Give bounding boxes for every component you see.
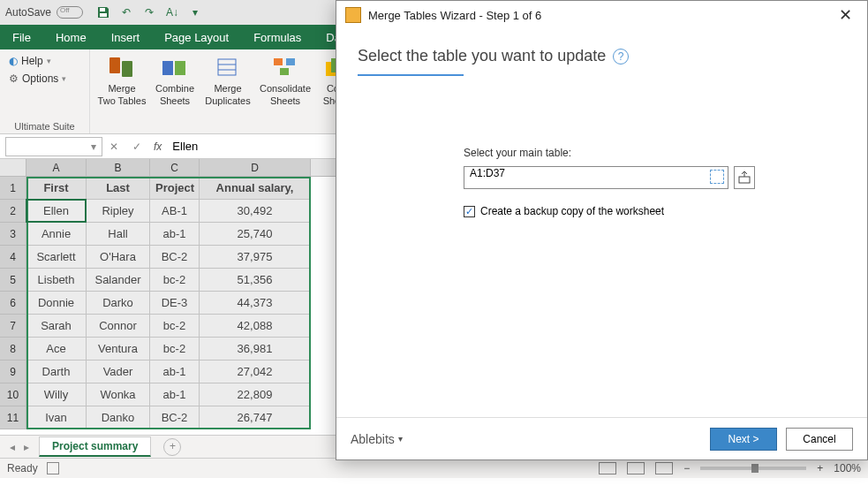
tab-insert[interactable]: Insert [99, 25, 153, 49]
consolidate-sheets-button[interactable]: Consolidate Sheets [256, 53, 314, 106]
sheet-nav-next-icon[interactable]: ▸ [19, 441, 34, 453]
cell[interactable]: Last name [87, 177, 150, 200]
fx-icon[interactable]: fx [154, 140, 162, 153]
cell[interactable]: Wonka [87, 383, 150, 406]
cell[interactable]: Hall [87, 223, 150, 246]
cell[interactable]: 51,356 [200, 269, 311, 292]
cell[interactable]: Ventura [87, 338, 150, 361]
row-header[interactable]: 10 [0, 383, 26, 406]
cell[interactable]: DE-3 [150, 292, 200, 315]
redo-icon[interactable]: ↷ [141, 4, 157, 20]
row-header[interactable]: 3 [0, 223, 26, 246]
col-header-a[interactable]: A [26, 159, 87, 176]
cell[interactable]: 37,975 [200, 246, 311, 269]
add-sheet-button[interactable]: + [163, 438, 181, 456]
row-header[interactable]: 4 [0, 246, 26, 269]
cell[interactable]: ab-1 [150, 361, 200, 383]
cell[interactable]: Ace [26, 338, 87, 361]
cell[interactable]: 25,740 [200, 223, 311, 246]
cell[interactable]: 27,042 [200, 361, 311, 383]
next-button[interactable]: Next > [710, 428, 777, 451]
zoom-out-icon[interactable]: − [683, 462, 690, 474]
cell[interactable]: Annie [26, 223, 87, 246]
view-page-layout-icon[interactable] [627, 462, 645, 474]
dialog-titlebar[interactable]: Merge Tables Wizard - Step 1 of 6 ✕ [336, 1, 867, 29]
cell[interactable]: 30,492 [200, 200, 311, 223]
checkbox-icon[interactable]: ✓ [464, 206, 475, 217]
sort-icon[interactable]: A↓ [164, 4, 180, 20]
row-header[interactable]: 2 [0, 200, 26, 223]
combine-sheets-button[interactable]: Combine Sheets [150, 53, 200, 106]
cell[interactable]: Connor [87, 315, 150, 338]
row-header[interactable]: 6 [0, 292, 26, 315]
cell[interactable]: AB-1 [150, 200, 200, 223]
sheet-tab-active[interactable]: Project summary [39, 436, 151, 457]
cell[interactable]: 26,747 [200, 406, 311, 429]
cell[interactable]: ab-1 [150, 383, 200, 406]
cells[interactable]: First name Last name Project Annual sala… [26, 177, 311, 429]
row-header[interactable]: 7 [0, 315, 26, 338]
options-button[interactable]: ⚙ Options ▾ [7, 71, 68, 87]
enter-formula-icon[interactable]: ✓ [125, 140, 148, 153]
cell[interactable]: 36,981 [200, 338, 311, 361]
row-header[interactable]: 1 [0, 177, 26, 200]
row-header[interactable]: 11 [0, 406, 26, 429]
cell[interactable]: BC-2 [150, 406, 200, 429]
autoselect-icon[interactable] [710, 170, 724, 184]
main-table-input[interactable]: A1:D37 [464, 166, 728, 189]
ablebits-menu[interactable]: Ablebits ▾ [351, 432, 403, 446]
undo-icon[interactable]: ↶ [118, 4, 134, 20]
close-button[interactable]: ✕ [832, 5, 858, 25]
cell[interactable]: Darth [26, 361, 87, 383]
cell[interactable]: Ellen [26, 200, 87, 223]
cell[interactable]: 22,809 [200, 383, 311, 406]
view-page-break-icon[interactable] [655, 462, 673, 474]
col-header-b[interactable]: B [87, 159, 150, 176]
merge-duplicates-button[interactable]: Merge Duplicates [203, 53, 253, 106]
range-picker-button[interactable] [734, 166, 755, 189]
autosave-toggle-icon[interactable] [57, 6, 83, 19]
cell[interactable]: Project [150, 177, 200, 200]
help-icon[interactable]: ? [613, 49, 629, 65]
cell[interactable]: 42,088 [200, 315, 311, 338]
sheet-nav-prev-icon[interactable]: ◂ [5, 441, 19, 453]
cell[interactable]: Ivan [26, 406, 87, 429]
cell[interactable]: BC-2 [150, 246, 200, 269]
merge-two-tables-button[interactable]: Merge Two Tables [97, 53, 147, 106]
cell[interactable]: ab-1 [150, 223, 200, 246]
row-header[interactable]: 5 [0, 269, 26, 292]
save-icon[interactable] [95, 4, 111, 20]
cancel-button[interactable]: Cancel [786, 428, 853, 451]
autosave-control[interactable]: AutoSave [5, 6, 83, 19]
tab-formulas[interactable]: Formulas [241, 25, 313, 49]
col-header-c[interactable]: C [150, 159, 200, 176]
chevron-down-icon[interactable]: ▾ [91, 140, 96, 153]
cell[interactable]: Salander [87, 269, 150, 292]
zoom-level[interactable]: 100% [834, 462, 861, 474]
cell[interactable]: Willy [26, 383, 87, 406]
row-header[interactable]: 8 [0, 338, 26, 361]
cell[interactable]: Darko [87, 292, 150, 315]
tab-home[interactable]: Home [43, 25, 99, 49]
cell[interactable]: Ripley [87, 200, 150, 223]
cell[interactable]: Scarlett [26, 246, 87, 269]
cell[interactable]: bc-2 [150, 338, 200, 361]
tab-page-layout[interactable]: Page Layout [152, 25, 241, 49]
zoom-in-icon[interactable]: + [817, 462, 823, 474]
col-header-d[interactable]: D [200, 159, 311, 176]
zoom-slider[interactable] [700, 467, 806, 470]
cell[interactable]: Donnie [26, 292, 87, 315]
row-header[interactable]: 9 [0, 361, 26, 383]
name-box[interactable]: ▾ [5, 137, 102, 156]
cancel-formula-icon[interactable]: ✕ [102, 140, 125, 153]
qat-dropdown-icon[interactable]: ▾ [187, 4, 203, 20]
backup-checkbox[interactable]: ✓ Create a backup copy of the worksheet [464, 205, 846, 217]
cell[interactable]: 44,373 [200, 292, 311, 315]
cell[interactable]: First name [26, 177, 87, 200]
select-all-cell[interactable] [0, 159, 26, 176]
tab-file[interactable]: File [0, 25, 43, 49]
cell[interactable]: Annual salary, 2017 [200, 177, 311, 200]
macro-rec-icon[interactable] [47, 462, 59, 474]
cell[interactable]: O'Hara [87, 246, 150, 269]
help-button[interactable]: ◐ Help ▾ [7, 53, 68, 69]
